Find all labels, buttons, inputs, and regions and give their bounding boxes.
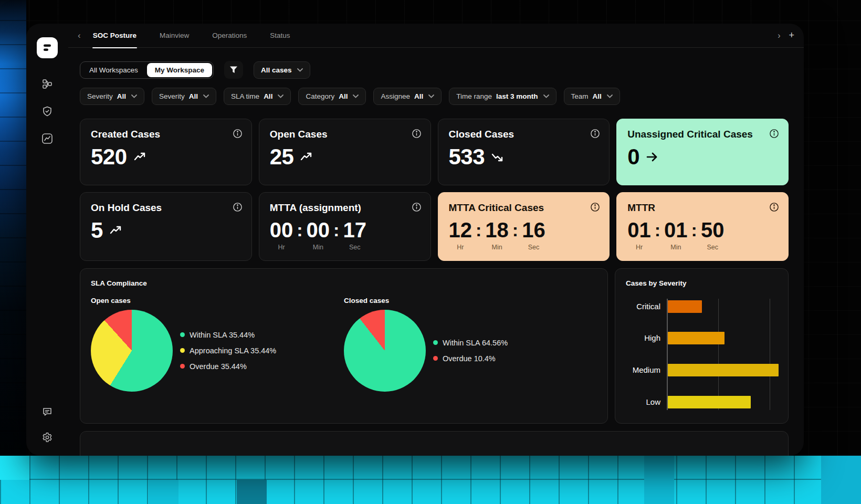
trend-up-icon: [133, 151, 146, 163]
app-logo[interactable]: [37, 37, 58, 58]
nav-workflow-icon[interactable]: [37, 74, 57, 94]
desktop-block: [0, 456, 29, 480]
assignee-filter[interactable]: Assignee All: [373, 88, 442, 105]
bar-critical: [668, 300, 702, 313]
all-cases-label: All cases: [261, 66, 292, 74]
tab-status[interactable]: Status: [263, 24, 297, 48]
chevron-down-icon: [131, 94, 137, 98]
info-icon[interactable]: [589, 201, 601, 213]
severity-filter-1[interactable]: Severity All: [80, 88, 144, 105]
legend-item: Overdue 35.44%: [180, 359, 276, 374]
chevron-down-icon: [428, 94, 434, 98]
info-icon[interactable]: [768, 201, 780, 213]
filter-label: Assignee: [381, 92, 410, 100]
desktop-bottom-blocks: [0, 456, 861, 504]
bar-low: [668, 396, 751, 408]
trend-up-icon: [109, 224, 122, 237]
time-hours: 00: [270, 219, 293, 240]
time-seconds-label: Sec: [528, 244, 540, 251]
kpi-grid: Created Cases 520 Open Cases: [80, 119, 789, 261]
time-separator: :: [688, 219, 701, 240]
tab-operations[interactable]: Operations: [205, 24, 254, 48]
time-separator: :: [509, 219, 522, 240]
info-icon[interactable]: [232, 201, 244, 213]
sla-compliance-card: SLA Compliance Open cases Within SLA 35.…: [80, 268, 608, 424]
filter-pill-row: Severity All Severity All SLA time All C…: [80, 88, 789, 105]
content-area: ‹ SOC Posture Mainview Operations Status…: [68, 24, 804, 456]
sla-time-filter[interactable]: SLA time All: [224, 88, 291, 105]
kpi-value: 0: [627, 146, 639, 168]
legend-dot-approaching-sla: [180, 348, 185, 353]
time-minutes-label: Min: [670, 244, 681, 251]
kpi-title: MTTA Critical Cases: [449, 202, 599, 214]
time-minutes: 18: [485, 219, 509, 240]
cases-by-severity-title: Cases by Severity: [626, 279, 778, 287]
all-workspaces-button[interactable]: All Workspaces: [81, 63, 146, 77]
sidebar-nav: [37, 74, 57, 149]
kpi-title: MTTA (assignment): [270, 202, 420, 214]
team-filter[interactable]: Team All: [564, 88, 620, 105]
sla-compliance-title: SLA Compliance: [91, 279, 597, 287]
legend-dot-within-sla: [433, 340, 438, 345]
kpi-title: On Hold Cases: [91, 202, 241, 214]
kpi-value: 533: [449, 146, 485, 168]
category-filter[interactable]: Category All: [298, 88, 366, 105]
settings-gear-icon[interactable]: [37, 427, 57, 447]
tabs-scroll-right-icon[interactable]: ›: [778, 31, 780, 40]
legend-item: Overdue 10.4%: [433, 351, 508, 366]
kpi-time-value: 12Hr : 18Min : 16Sec: [449, 219, 599, 251]
info-icon[interactable]: [768, 128, 780, 140]
kpi-title: Unassigned Critical Cases: [627, 129, 778, 141]
kpi-title: MTTR: [627, 202, 778, 214]
time-separator: :: [330, 219, 343, 240]
kpi-card-on-hold-cases: On Hold Cases 5: [80, 192, 252, 261]
filter-value: All: [414, 92, 423, 100]
desktop-block: [644, 456, 674, 504]
kpi-card-unassigned-critical-cases: Unassigned Critical Cases 0: [616, 119, 789, 185]
all-cases-dropdown[interactable]: All cases: [254, 61, 310, 79]
time-seconds: 17: [343, 219, 366, 240]
trend-up-icon: [300, 151, 312, 163]
severity-bar-chart: Critical High Medium Low: [626, 299, 778, 410]
workspace-filter-row: All Workspaces My Workspace All cases: [80, 61, 789, 79]
chevron-down-icon: [278, 94, 284, 98]
time-minutes: 01: [664, 219, 688, 240]
info-icon[interactable]: [589, 128, 601, 140]
kpi-value: 5: [91, 219, 103, 242]
kpi-title: Closed Cases: [449, 129, 599, 141]
info-icon[interactable]: [232, 128, 244, 140]
filter-funnel-button[interactable]: [224, 61, 243, 79]
tab-mainview[interactable]: Mainview: [153, 24, 196, 48]
chevron-down-icon: [203, 94, 209, 98]
cases-by-severity-card: Cases by Severity Critical High Medium L…: [615, 268, 789, 424]
severity-axis-labels: Critical High Medium Low: [626, 299, 667, 410]
info-icon[interactable]: [411, 201, 423, 213]
filter-value: All: [117, 92, 126, 100]
add-tab-button[interactable]: +: [789, 30, 794, 41]
legend-dot-within-sla: [180, 332, 185, 337]
legend-label: Overdue 35.44%: [190, 362, 247, 371]
info-icon[interactable]: [411, 128, 423, 140]
open-cases-subtitle: Open cases: [91, 297, 344, 304]
nav-shield-icon[interactable]: [37, 101, 57, 121]
tabs-scroll-left-icon[interactable]: ‹: [72, 30, 86, 41]
feedback-icon[interactable]: [37, 402, 57, 422]
severity-plot-area: [667, 299, 778, 410]
severity-filter-2[interactable]: Severity All: [152, 88, 216, 105]
tab-soc-posture[interactable]: SOC Posture: [86, 24, 143, 48]
time-minutes-label: Min: [313, 244, 323, 251]
time-range-filter[interactable]: Time range last 3 month: [449, 88, 556, 105]
legend-label: Overdue 10.4%: [443, 354, 496, 363]
open-cases-pie-chart: [91, 310, 173, 392]
chevron-down-icon: [543, 94, 549, 98]
app-window: ‹ SOC Posture Mainview Operations Status…: [26, 24, 804, 456]
nav-analytics-icon[interactable]: [37, 129, 57, 149]
desktop-block: [821, 456, 861, 504]
kpi-card-created-cases: Created Cases 520: [80, 119, 252, 185]
closed-cases-legend: Within SLA 64.56% Overdue 10.4%: [433, 335, 508, 366]
filter-label: Time range: [456, 92, 492, 100]
gridline: [770, 299, 770, 410]
my-workspace-button[interactable]: My Workspace: [147, 63, 212, 77]
desktop-left-blocks: [0, 0, 26, 456]
closed-cases-chart: Closed cases Within SLA 64.56% Overdue 1…: [344, 297, 597, 392]
